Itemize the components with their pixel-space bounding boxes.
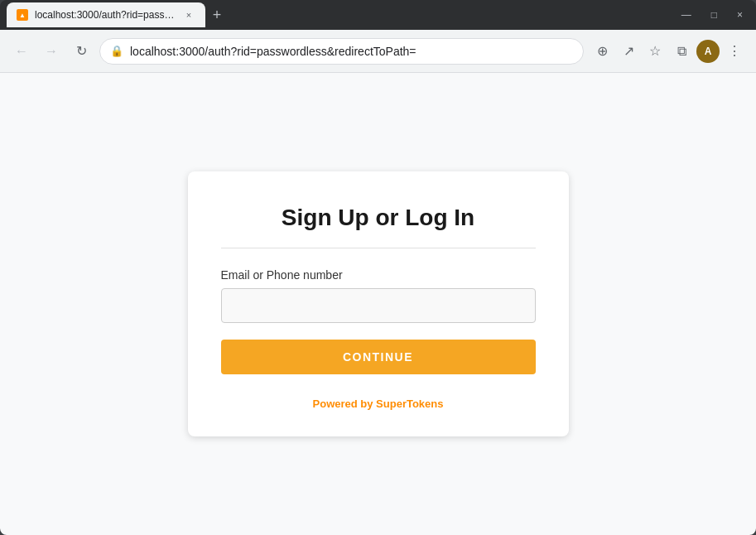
window-controls: — □ ×	[675, 6, 749, 24]
title-bar: ▲ localhost:3000/auth?rid=passwo × + — □…	[0, 0, 756, 30]
powered-by-text: Powered by SuperTokens	[313, 398, 444, 410]
tab-close-button[interactable]: ×	[182, 8, 195, 22]
forward-button[interactable]: →	[40, 40, 63, 63]
continue-button[interactable]: CONTINUE	[221, 340, 536, 374]
minimize-button[interactable]: —	[675, 6, 698, 24]
active-tab[interactable]: ▲ localhost:3000/auth?rid=passwo ×	[7, 2, 205, 27]
title-divider	[221, 248, 536, 248]
auth-title: Sign Up or Log In	[282, 205, 474, 231]
url-text: localhost:3000/auth?rid=passwordless&red…	[130, 45, 573, 58]
refresh-button[interactable]: ↻	[70, 40, 93, 63]
back-button[interactable]: ←	[10, 40, 33, 63]
tab-strip: ▲ localhost:3000/auth?rid=passwo × +	[7, 0, 672, 30]
close-window-button[interactable]: ×	[730, 6, 749, 24]
tab-favicon-icon: ▲	[17, 9, 28, 21]
page-content: Sign Up or Log In Email or Phone number …	[0, 73, 756, 535]
bookmark-icon[interactable]: ☆	[643, 40, 667, 63]
secure-icon: 🔒	[110, 45, 123, 57]
tab-title: localhost:3000/auth?rid=passwo	[35, 9, 176, 21]
address-bar: ← → ↻ 🔒 localhost:3000/auth?rid=password…	[0, 30, 756, 73]
new-tab-button[interactable]: +	[205, 3, 229, 27]
email-phone-input[interactable]	[221, 288, 536, 323]
url-bar[interactable]: 🔒 localhost:3000/auth?rid=passwordless&r…	[99, 38, 584, 65]
menu-icon[interactable]: ⋮	[723, 40, 746, 63]
email-field-label: Email or Phone number	[221, 268, 536, 282]
toolbar-icons: ⊕ ↗ ☆ ⧉ A ⋮	[590, 40, 746, 63]
browser-window: ▲ localhost:3000/auth?rid=passwo × + — □…	[0, 0, 756, 535]
share-icon[interactable]: ↗	[617, 40, 640, 63]
extensions-icon[interactable]: ⧉	[670, 40, 693, 63]
profile-avatar[interactable]: A	[696, 40, 720, 63]
zoom-icon[interactable]: ⊕	[590, 40, 614, 63]
maximize-button[interactable]: □	[705, 6, 724, 24]
auth-card: Sign Up or Log In Email or Phone number …	[188, 171, 569, 436]
